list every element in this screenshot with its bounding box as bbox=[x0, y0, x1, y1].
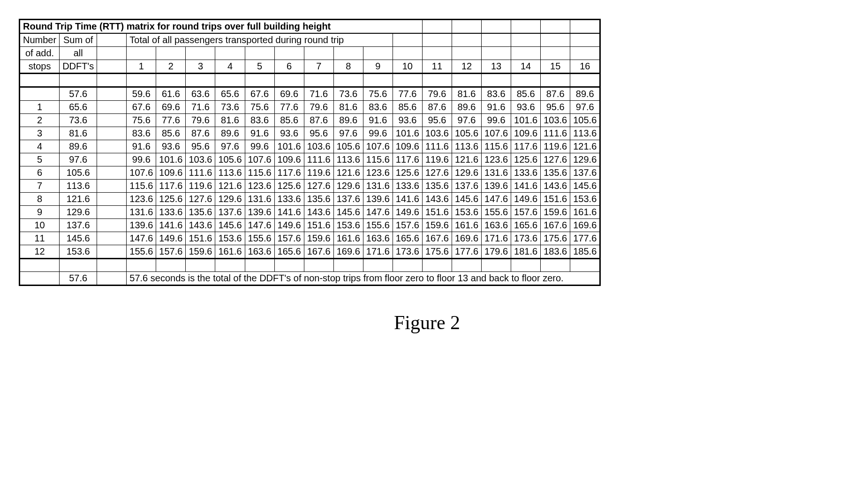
data-cell: 169.6 bbox=[333, 245, 363, 259]
data-cell: 111.6 bbox=[304, 153, 333, 166]
data-cell: 85.6 bbox=[274, 114, 304, 127]
data-cell: 165.6 bbox=[511, 219, 541, 232]
spacer-cell bbox=[97, 166, 127, 180]
data-cell: 141.6 bbox=[393, 193, 422, 206]
data-cell: 97.6 bbox=[333, 127, 363, 140]
data-cell: 149.6 bbox=[511, 193, 541, 206]
empty-cell bbox=[452, 259, 481, 272]
spacer-cell bbox=[97, 180, 127, 193]
data-cell: 125.6 bbox=[393, 166, 422, 180]
data-cell: 105.6 bbox=[452, 127, 481, 140]
data-cell: 109.6 bbox=[274, 153, 304, 166]
data-cell: 157.6 bbox=[511, 206, 541, 219]
data-cell: 119.6 bbox=[304, 166, 333, 180]
data-cell: 147.6 bbox=[127, 232, 156, 245]
stops-cell: 11 bbox=[20, 232, 60, 245]
data-cell: 139.6 bbox=[363, 193, 393, 206]
data-cell: 131.6 bbox=[363, 180, 393, 193]
data-cell: 71.6 bbox=[186, 101, 215, 114]
data-cell: 155.6 bbox=[482, 206, 511, 219]
data-cell: 109.6 bbox=[393, 140, 422, 153]
header-cell: Sum of bbox=[60, 33, 97, 47]
empty-cell bbox=[186, 47, 215, 60]
column-number: 15 bbox=[541, 60, 570, 74]
data-cell: 177.6 bbox=[452, 245, 481, 259]
empty-cell bbox=[363, 47, 393, 60]
empty-cell bbox=[156, 47, 186, 60]
data-cell: 87.6 bbox=[304, 114, 333, 127]
data-cell: 181.6 bbox=[511, 245, 541, 259]
column-number: 5 bbox=[245, 60, 274, 74]
data-cell: 115.6 bbox=[245, 166, 274, 180]
data-cell: 157.6 bbox=[274, 232, 304, 245]
data-cell: 127.6 bbox=[422, 166, 452, 180]
data-cell: 133.6 bbox=[393, 180, 422, 193]
data-cell: 93.6 bbox=[156, 140, 186, 153]
empty-cell bbox=[97, 74, 127, 87]
data-cell: 133.6 bbox=[274, 193, 304, 206]
empty-cell bbox=[393, 47, 422, 60]
data-cell: 141.6 bbox=[511, 180, 541, 193]
empty-cell bbox=[20, 74, 60, 87]
empty-cell bbox=[274, 259, 304, 272]
data-cell: 59.6 bbox=[127, 87, 156, 101]
data-cell: 173.6 bbox=[511, 232, 541, 245]
empty-cell bbox=[452, 47, 481, 60]
empty-cell bbox=[60, 74, 97, 87]
data-cell: 111.6 bbox=[186, 166, 215, 180]
data-cell: 159.6 bbox=[304, 232, 333, 245]
data-cell: 125.6 bbox=[156, 193, 186, 206]
ddft-cell: 81.6 bbox=[60, 127, 97, 140]
stops-cell: 7 bbox=[20, 180, 60, 193]
data-cell: 169.6 bbox=[452, 232, 481, 245]
data-cell: 151.6 bbox=[186, 232, 215, 245]
data-cell: 107.6 bbox=[127, 166, 156, 180]
data-cell: 119.6 bbox=[422, 153, 452, 166]
data-cell: 119.6 bbox=[186, 180, 215, 193]
empty-cell bbox=[60, 259, 97, 272]
header-cell: Number bbox=[20, 33, 60, 47]
data-cell: 73.6 bbox=[215, 101, 245, 114]
empty-cell bbox=[304, 47, 333, 60]
empty-cell bbox=[422, 20, 452, 34]
data-cell: 163.6 bbox=[363, 232, 393, 245]
data-cell: 95.6 bbox=[541, 101, 570, 114]
empty-cell bbox=[511, 47, 541, 60]
stops-cell: 5 bbox=[20, 153, 60, 166]
empty-cell bbox=[304, 74, 333, 87]
data-cell: 143.6 bbox=[422, 193, 452, 206]
empty-cell bbox=[97, 47, 127, 60]
empty-cell bbox=[482, 47, 511, 60]
data-cell: 151.6 bbox=[304, 219, 333, 232]
spacer-cell bbox=[97, 114, 127, 127]
empty-cell bbox=[541, 20, 570, 34]
empty-cell bbox=[215, 74, 245, 87]
empty-cell bbox=[541, 33, 570, 47]
spacer-cell bbox=[97, 33, 127, 47]
data-cell: 115.6 bbox=[482, 140, 511, 153]
empty-cell bbox=[541, 74, 570, 87]
data-cell: 91.6 bbox=[482, 101, 511, 114]
empty-cell bbox=[215, 47, 245, 60]
data-cell: 135.6 bbox=[422, 180, 452, 193]
empty-cell bbox=[511, 20, 541, 34]
data-cell: 95.6 bbox=[186, 140, 215, 153]
empty-cell bbox=[363, 74, 393, 87]
stops-cell: 10 bbox=[20, 219, 60, 232]
data-cell: 83.6 bbox=[363, 101, 393, 114]
ddft-cell: 97.6 bbox=[60, 153, 97, 166]
data-cell: 121.6 bbox=[333, 166, 363, 180]
data-cell: 89.6 bbox=[215, 127, 245, 140]
data-cell: 83.6 bbox=[245, 114, 274, 127]
data-cell: 113.6 bbox=[333, 153, 363, 166]
data-cell: 115.6 bbox=[127, 180, 156, 193]
data-cell: 93.6 bbox=[274, 127, 304, 140]
data-cell: 117.6 bbox=[393, 153, 422, 166]
data-cell: 85.6 bbox=[511, 87, 541, 101]
data-cell: 159.6 bbox=[186, 245, 215, 259]
data-cell: 91.6 bbox=[245, 127, 274, 140]
data-cell: 149.6 bbox=[274, 219, 304, 232]
stops-cell: 12 bbox=[20, 245, 60, 259]
data-cell: 69.6 bbox=[156, 101, 186, 114]
data-cell: 107.6 bbox=[482, 127, 511, 140]
